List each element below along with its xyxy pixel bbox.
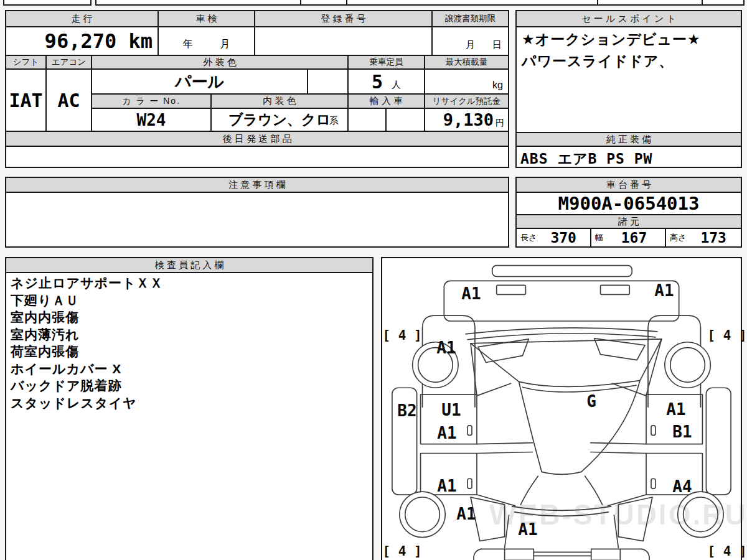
registration-header: 登 録 番 号 xyxy=(255,11,433,27)
chassis-value: M900A-0654013 xyxy=(517,193,741,215)
tire-grade-rear-right: [ 4 ] xyxy=(707,544,746,559)
interior-color-text: ブラウン、クロ xyxy=(228,110,331,129)
cutoff-divider xyxy=(702,0,703,4)
sales-point-box: セ ー ル ス ポ イ ン ト ★オークションデビュー★ パワースライドドア、 … xyxy=(515,10,742,168)
info-table: 走 行 車 検 登 録 番 号 譲渡書類期限 96,270 km 年 月 月 日… xyxy=(5,10,509,168)
rocker-right xyxy=(706,388,731,495)
inspector-box: 検 査 員 記 入 欄 ネジ止ロアサポートＸＸ 下廻りＡＵ 室内内張傷 室内薄汚… xyxy=(5,257,374,560)
registration-value xyxy=(255,27,433,56)
aircon-value: AC xyxy=(47,70,92,132)
shift-header: シフト xyxy=(6,56,47,70)
tire-grade-front-right: [ 4 ] xyxy=(707,328,746,343)
sales-point-line: パワースライドドア、 xyxy=(517,50,741,72)
door-handle xyxy=(651,478,655,488)
caution-box: 注 意 事 項 欄 xyxy=(5,177,509,248)
spec-width-label: 幅 xyxy=(595,232,603,243)
capacity-value: 5 人 xyxy=(349,70,425,95)
spec-height-label: 高さ xyxy=(670,232,686,243)
recycle-deposit-header: リサイクル預託金 xyxy=(425,95,508,109)
spec-length-value: 370 xyxy=(540,230,586,246)
cutoff-divider xyxy=(300,0,301,4)
front-grille-strip xyxy=(492,266,632,277)
inspector-line: バックドア脱着跡 xyxy=(6,377,372,394)
payload-unit: kg xyxy=(492,80,503,91)
equipment-header: 純 正 装 備 xyxy=(517,132,741,147)
cutoff-row-right xyxy=(95,0,745,6)
spec-height-value: 173 xyxy=(690,230,737,246)
tire-grade-rear-left: [ 4 ] xyxy=(382,544,421,559)
cutoff-divider xyxy=(597,0,598,4)
color-no-value: W24 xyxy=(92,109,212,132)
shift-value: IAT xyxy=(6,70,47,132)
damage-mark-rocker-left: B2 xyxy=(397,401,416,420)
spec-width-cell: 幅 167 xyxy=(591,229,666,246)
cutoff-divider xyxy=(346,0,347,4)
chassis-header: 車 台 番 号 xyxy=(517,178,741,193)
recycle-unit: 円 xyxy=(496,118,504,129)
inspector-line: ネジ止ロアサポートＸＸ xyxy=(6,274,372,292)
inspection-year-label: 年 xyxy=(183,38,193,51)
chassis-spec-box: 車 台 番 号 M900A-0654013 諸 元 長さ 370 幅 167 高… xyxy=(515,177,742,248)
capacity-unit: 人 xyxy=(392,79,401,91)
door-handle xyxy=(467,426,472,436)
interior-color-header: 内 装 色 xyxy=(212,95,349,109)
transfer-month-label: 月 xyxy=(466,39,475,51)
aircon-header: エアコン xyxy=(47,56,92,70)
inspector-body: ネジ止ロアサポートＸＸ 下廻りＡＵ 室内内張傷 室内薄汚れ 荷室内張傷 ホイール… xyxy=(6,274,372,411)
inspector-line: 下廻りＡＵ xyxy=(6,292,372,309)
inspector-line: 室内内張傷 xyxy=(6,309,372,326)
interior-color-value: ブラウン、クロ 系 xyxy=(212,109,349,132)
inspector-line: スタッドレスタイヤ xyxy=(6,394,372,412)
damage-mark-rear-quarter-left: A1 xyxy=(456,505,476,523)
import-cell-1 xyxy=(349,109,387,132)
damage-mark-rear-hatch: A1 xyxy=(518,520,537,539)
sales-point-body: ★オークションデビュー★ パワースライドドア、 xyxy=(517,29,741,72)
inspector-line: 荷室内張傷 xyxy=(6,343,372,360)
inspector-header: 検 査 員 記 入 欄 xyxy=(6,258,372,273)
recycle-deposit-value: 9,130 円 xyxy=(425,109,508,132)
door-handle xyxy=(651,426,655,436)
damage-diagram-box: WEB-STUDIO.RU A1 A1 A1 B2 U1 A1 G A1 B1 … xyxy=(381,257,742,560)
payload-value: kg xyxy=(425,70,508,95)
transfer-deadline-header: 譲渡書類期限 xyxy=(433,11,508,27)
damage-mark-front-door-left-upper: U1 xyxy=(441,401,461,419)
exterior-color-header: 外 装 色 xyxy=(92,56,349,70)
damage-mark-front-door-right-upper: A1 xyxy=(666,400,685,419)
exterior-color-extra-cell xyxy=(308,70,349,95)
exterior-color-value: パール xyxy=(92,70,308,95)
inspection-header: 車 検 xyxy=(159,11,255,27)
caution-header: 注 意 事 項 欄 xyxy=(6,178,508,193)
recycle-amount: 9,130 xyxy=(443,110,494,129)
sales-point-header: セ ー ル ス ポ イ ン ト xyxy=(517,11,741,27)
spec-width-value: 167 xyxy=(607,230,661,246)
inspection-value: 年 月 xyxy=(159,27,255,56)
transfer-day-label: 日 xyxy=(492,39,502,51)
spec-height-cell: 高さ 173 xyxy=(666,229,741,246)
transfer-value: 月 日 xyxy=(433,27,508,56)
damage-mark-front-door-left: A1 xyxy=(437,424,456,442)
later-parts-header: 後 日 発 送 部 品 xyxy=(6,132,508,147)
mileage-value: 96,270 km xyxy=(6,27,159,56)
inspector-line: 室内薄汚れ xyxy=(6,326,372,343)
spec-length-cell: 長さ 370 xyxy=(517,229,591,246)
inspector-line: ホイールカバー X xyxy=(6,360,372,378)
sales-point-line: ★オークションデビュー★ xyxy=(517,29,741,50)
color-no-header: カ ラ ー No. xyxy=(92,95,212,109)
import-header: 輸 入 車 xyxy=(349,95,425,109)
inspection-month-label: 月 xyxy=(220,38,230,51)
auction-sheet: 走 行 車 検 登 録 番 号 譲渡書類期限 96,270 km 年 月 月 日… xyxy=(0,0,747,560)
damage-mark-front-door-right: B1 xyxy=(672,422,692,441)
capacity-number: 5 xyxy=(372,71,383,93)
payload-header: 最大積載量 xyxy=(425,56,508,70)
capacity-header: 乗車定員 xyxy=(349,56,425,70)
spec-length-label: 長さ xyxy=(520,232,537,243)
specs-header: 諸 元 xyxy=(517,215,741,229)
tail-light-left xyxy=(505,549,534,560)
interior-color-suffix: 系 xyxy=(329,115,339,127)
damage-mark-roof: G xyxy=(586,392,596,411)
mileage-header: 走 行 xyxy=(6,11,159,27)
windshield xyxy=(471,339,662,386)
damage-mark-front-fender-left: A1 xyxy=(436,338,456,357)
tail-light-right xyxy=(591,549,621,560)
cutoff-row-left xyxy=(3,0,92,6)
